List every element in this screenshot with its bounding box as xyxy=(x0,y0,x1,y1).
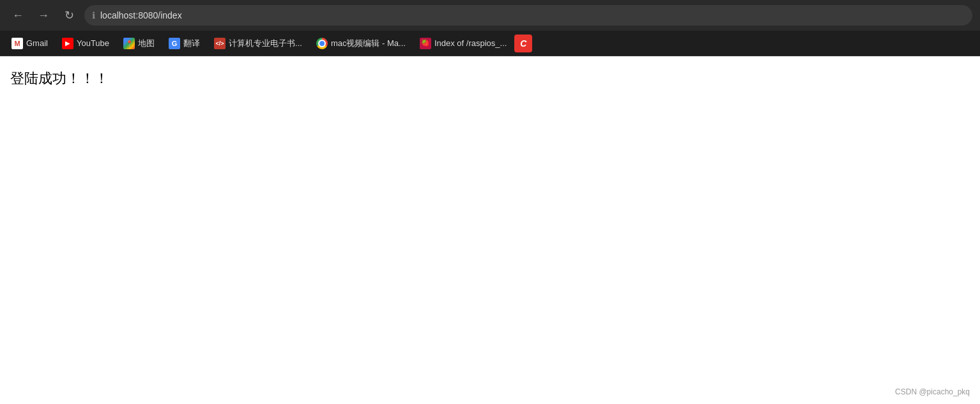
bookmark-label-youtube: YouTube xyxy=(77,38,109,48)
c-icon: C xyxy=(514,35,532,52)
gmail-icon: M xyxy=(11,38,23,49)
forward-button[interactable]: → xyxy=(33,5,54,26)
nav-bar: ← → ↻ ℹ localhost:8080/index xyxy=(0,0,980,31)
maps-icon: 📍 xyxy=(123,38,135,49)
reload-button[interactable]: ↻ xyxy=(59,5,79,26)
bookmark-label-macvideo: mac视频编辑 - Ma... xyxy=(331,38,406,49)
bookmark-macvideo[interactable]: mac视频编辑 - Ma... xyxy=(310,35,412,52)
csbook-icon: </> xyxy=(214,38,226,49)
bookmarks-bar: M Gmail ▶ YouTube 📍 地图 G 翻译 </> 计算机专业电子书… xyxy=(0,31,980,56)
watermark: CSDN @picacho_pkq xyxy=(895,387,970,396)
info-icon: ℹ xyxy=(92,10,95,20)
bookmark-maps[interactable]: 📍 地图 xyxy=(117,35,161,52)
raspi-icon: 🍓 xyxy=(420,38,431,49)
success-message: 登陆成功！！！ xyxy=(10,69,970,88)
translate-icon: G xyxy=(169,38,180,49)
address-text: localhost:8080/index xyxy=(100,10,182,20)
bookmark-translate[interactable]: G 翻译 xyxy=(162,35,206,52)
bookmark-youtube[interactable]: ▶ YouTube xyxy=(56,35,116,52)
bookmark-label-gmail: Gmail xyxy=(26,38,48,48)
back-button[interactable]: ← xyxy=(8,5,28,26)
browser-chrome: ← → ↻ ℹ localhost:8080/index M Gmail ▶ Y… xyxy=(0,0,980,56)
bookmark-csbook[interactable]: </> 计算机专业电子书... xyxy=(208,35,309,52)
youtube-icon: ▶ xyxy=(62,38,73,49)
page-content: 登陆成功！！！ xyxy=(0,56,980,376)
macvideo-icon xyxy=(316,38,328,49)
bookmark-label-maps: 地图 xyxy=(138,38,155,49)
bookmark-raspios[interactable]: 🍓 Index of /raspios_... xyxy=(413,35,513,52)
bookmark-label-translate: 翻译 xyxy=(183,38,200,49)
bookmark-gmail[interactable]: M Gmail xyxy=(5,35,54,52)
bookmark-label-raspios: Index of /raspios_... xyxy=(434,38,507,48)
bookmark-c[interactable]: C xyxy=(514,35,532,52)
address-bar[interactable]: ℹ localhost:8080/index xyxy=(84,5,972,26)
bookmark-label-csbook: 计算机专业电子书... xyxy=(229,38,302,49)
